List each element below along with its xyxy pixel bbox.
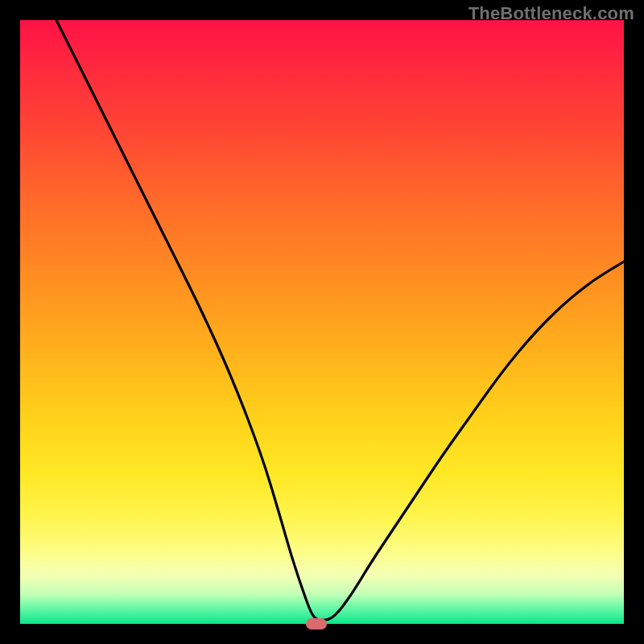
watermark-text: TheBottleneck.com — [469, 3, 634, 24]
chart-wrapper: TheBottleneck.com — [0, 0, 644, 644]
bottleneck-curve — [56, 20, 624, 620]
plot-area — [20, 20, 624, 624]
optimal-marker — [306, 618, 327, 630]
curve-layer — [20, 20, 624, 624]
